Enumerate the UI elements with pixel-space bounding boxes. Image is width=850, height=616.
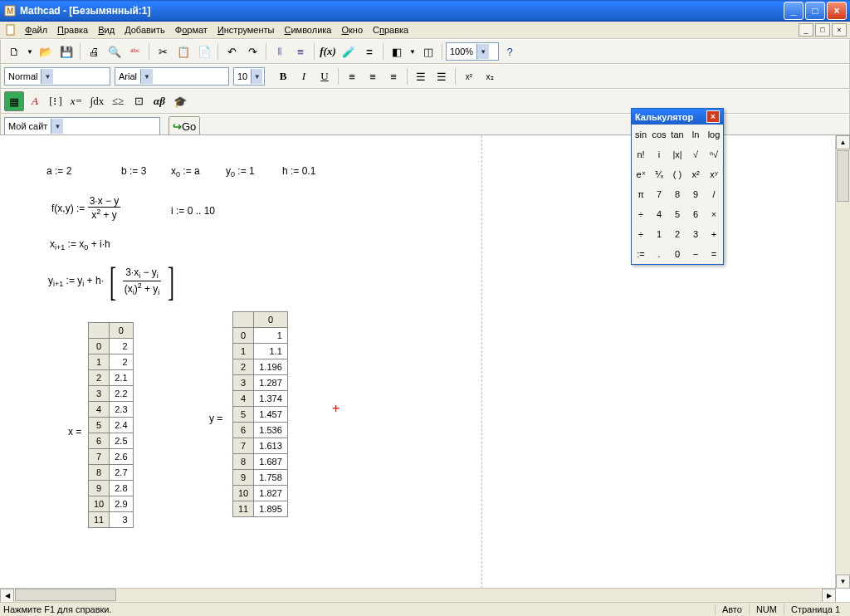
ref-button[interactable]: ◫ — [418, 42, 438, 61]
palette-key-[interactable]: + — [705, 224, 723, 244]
menu-tools[interactable]: Инструменты — [212, 23, 280, 37]
copy-button[interactable]: 📋 — [173, 42, 193, 61]
eq-y0[interactable]: y0 := 1 — [226, 165, 255, 178]
palette-key-x[interactable]: |x| — [668, 144, 686, 164]
programming-palette-button[interactable]: ⊡ — [129, 91, 149, 111]
palette-key-6[interactable]: 6 — [686, 204, 705, 224]
function-button[interactable]: f(x) — [318, 42, 338, 61]
palette-key-4[interactable]: 4 — [650, 204, 668, 224]
aligncol-button[interactable]: ⫴ — [270, 42, 290, 61]
palette-key-x[interactable]: x² — [686, 164, 705, 184]
palette-key-2[interactable]: 2 — [668, 224, 686, 244]
table-row[interactable]: 62.5 — [89, 433, 134, 449]
symbolic-palette-button[interactable]: 🎓 — [170, 91, 190, 111]
save-button[interactable]: 💾 — [56, 42, 76, 61]
close-button[interactable]: × — [827, 2, 847, 20]
x-table[interactable]: 0 021222.132.242.352.462.572.682.792.810… — [88, 322, 134, 528]
scroll-right-button[interactable]: ▶ — [822, 589, 836, 603]
palette-key-tan[interactable]: tan — [668, 125, 686, 144]
scroll-down-button[interactable]: ▼ — [836, 574, 850, 589]
doc-minimize-button[interactable]: _ — [799, 23, 813, 37]
palette-key-[interactable]: . — [650, 244, 668, 264]
eq-h[interactable]: h := 0.1 — [282, 165, 315, 177]
palette-key-[interactable]: × — [705, 204, 723, 224]
maximize-button[interactable]: □ — [805, 2, 825, 20]
minimize-button[interactable]: _ — [784, 2, 804, 20]
print-button[interactable]: 🖨 — [84, 42, 104, 61]
table-row[interactable]: 101.827 — [233, 486, 288, 501]
graph-palette-button[interactable]: A — [25, 91, 45, 111]
palette-key-[interactable]: / — [705, 184, 723, 204]
menu-help[interactable]: Справка — [368, 23, 413, 37]
palette-key-cos[interactable]: cos — [650, 125, 668, 144]
table-row[interactable]: 02 — [89, 339, 134, 354]
subscript-button[interactable]: x₂ — [480, 66, 500, 86]
table-row[interactable]: 11.1 — [233, 344, 288, 359]
cut-button[interactable]: ✂ — [153, 42, 173, 61]
vertical-scrollbar[interactable]: ▲ ▼ — [835, 135, 850, 589]
palette-key-[interactable]: ⅟ₓ — [650, 164, 668, 184]
menu-window[interactable]: Окно — [336, 23, 368, 37]
size-select[interactable]: 10▼ — [233, 67, 265, 86]
eq-yrec[interactable]: yi+1 := yi + h· [ 3·xi − yi (xi)2 + yi ] — [48, 265, 178, 298]
palette-key-[interactable]: ÷ — [632, 204, 650, 224]
palette-key-[interactable]: ⁿ√ — [705, 144, 723, 164]
palette-key-[interactable]: = — [705, 244, 723, 264]
table-row[interactable]: 72.6 — [89, 449, 134, 465]
calculator-palette-button[interactable]: ▦ — [4, 91, 24, 111]
doc-close-button[interactable]: × — [832, 23, 847, 37]
palette-key-x[interactable]: xʸ — [705, 164, 723, 184]
menu-file[interactable]: Файл — [20, 23, 52, 37]
aligncenter-button[interactable]: ≡ — [363, 66, 383, 86]
redo-button[interactable]: ↷ — [242, 42, 262, 61]
table-row[interactable]: 61.536 — [233, 423, 288, 438]
table-row[interactable]: 41.374 — [233, 391, 288, 407]
scroll-left-button[interactable]: ◀ — [0, 589, 14, 603]
palette-key-0[interactable]: 0 — [668, 244, 686, 264]
palette-key-n[interactable]: n! — [632, 144, 650, 164]
table-row[interactable]: 111.895 — [233, 501, 288, 517]
menu-edit[interactable]: Правка — [52, 23, 93, 37]
y-table[interactable]: 0 0111.121.19631.28741.37451.45761.53671… — [232, 311, 288, 517]
palette-key-i[interactable]: i — [650, 144, 668, 164]
palette-key-9[interactable]: 9 — [686, 184, 705, 204]
palette-key-[interactable]: − — [686, 244, 705, 264]
palette-titlebar[interactable]: Калькулятор × — [632, 109, 723, 125]
table-row[interactable]: 71.613 — [233, 438, 288, 454]
palette-key-[interactable]: ÷ — [632, 224, 650, 244]
table-row[interactable]: 51.457 — [233, 407, 288, 423]
bullets-button[interactable]: ☰ — [411, 66, 431, 86]
menu-symbolics[interactable]: Символика — [279, 23, 336, 37]
horizontal-scrollbar[interactable]: ◀ ▶ — [0, 588, 836, 603]
component-dropdown[interactable]: ▼ — [408, 42, 418, 61]
menu-insert[interactable]: Добавить — [120, 23, 170, 37]
palette-key-e[interactable]: eˣ — [632, 164, 650, 184]
alignright-button[interactable]: ≡ — [383, 66, 403, 86]
undo-button[interactable]: ↶ — [222, 42, 242, 61]
table-row[interactable]: 113 — [89, 512, 134, 528]
open-button[interactable]: 📂 — [36, 42, 56, 61]
palette-key-[interactable]: √ — [686, 144, 705, 164]
help-button[interactable]: ? — [500, 42, 520, 61]
paste-button[interactable]: 📄 — [194, 42, 214, 61]
new-button[interactable]: 🗋 — [4, 42, 24, 61]
palette-key-7[interactable]: 7 — [650, 184, 668, 204]
table-row[interactable]: 92.8 — [89, 481, 134, 496]
palette-key-ln[interactable]: ln — [686, 125, 705, 144]
palette-key-[interactable]: ( ) — [668, 164, 686, 184]
site-select[interactable]: Мой сайт▼ — [4, 117, 160, 135]
palette-close-button[interactable]: × — [706, 110, 720, 123]
scroll-up-button[interactable]: ▲ — [836, 135, 850, 149]
palette-key-8[interactable]: 8 — [668, 184, 686, 204]
units-button[interactable]: 🧪 — [339, 42, 359, 61]
eq-a[interactable]: a := 2 — [46, 165, 71, 177]
calc-button[interactable]: = — [359, 42, 379, 61]
table-row[interactable]: 12 — [89, 354, 134, 370]
component-button[interactable]: ◧ — [387, 42, 407, 61]
palette-key-[interactable]: π — [632, 184, 650, 204]
palette-key-sin[interactable]: sin — [632, 125, 650, 144]
table-row[interactable]: 52.4 — [89, 418, 134, 433]
zoom-select[interactable]: 100%▼ — [446, 42, 499, 61]
menu-view[interactable]: Вид — [93, 23, 120, 37]
calculus-palette-button[interactable]: ∫dx — [87, 91, 107, 111]
